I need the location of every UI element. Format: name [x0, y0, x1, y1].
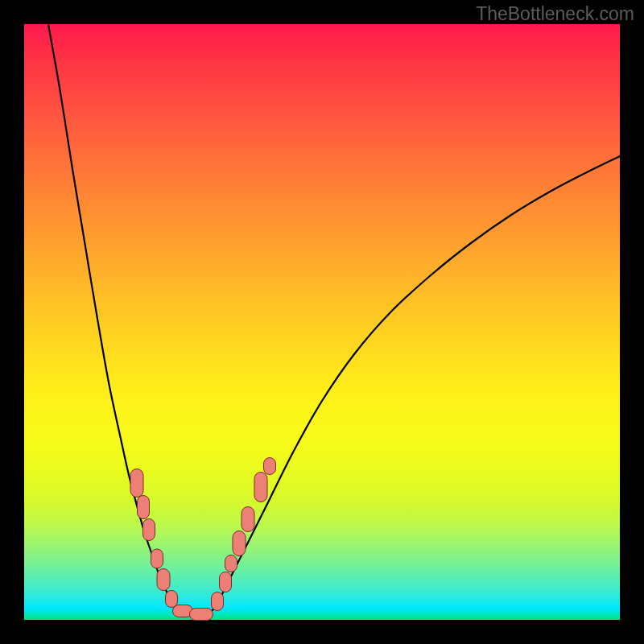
data-marker [189, 608, 213, 621]
data-marker [254, 472, 268, 502]
watermark-text: TheBottleneck.com [476, 3, 634, 25]
data-marker [233, 530, 246, 556]
data-marker [242, 506, 255, 532]
data-marker [137, 495, 150, 519]
chart-frame: TheBottleneck.com [0, 0, 644, 644]
data-marker [211, 592, 224, 611]
curve-path [48, 24, 620, 615]
data-marker [263, 457, 276, 475]
data-marker [142, 518, 155, 541]
data-marker [225, 555, 237, 572]
data-marker [219, 572, 232, 592]
data-marker [151, 549, 163, 569]
data-marker [157, 568, 171, 591]
plot-gradient-bg [24, 24, 620, 620]
bottleneck-curve [24, 24, 620, 620]
data-marker [130, 469, 144, 497]
